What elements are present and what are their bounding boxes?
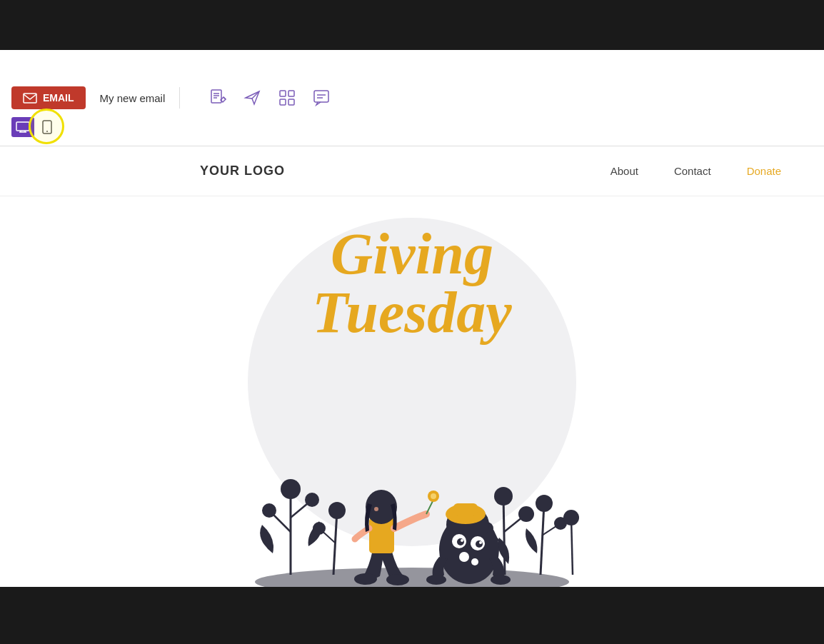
svg-line-31 bbox=[503, 496, 505, 575]
svg-point-24 bbox=[262, 503, 276, 518]
toolbar-divider bbox=[179, 87, 180, 109]
bottom-black-bar bbox=[0, 587, 824, 644]
svg-point-61 bbox=[459, 552, 469, 562]
send-icon[interactable] bbox=[243, 88, 263, 108]
nav-about[interactable]: About bbox=[611, 165, 638, 177]
chat-icon[interactable] bbox=[311, 88, 331, 108]
svg-point-28 bbox=[328, 502, 346, 519]
mail-icon bbox=[23, 93, 37, 104]
svg-point-59 bbox=[461, 539, 463, 542]
device-switcher bbox=[11, 117, 59, 137]
svg-point-44 bbox=[386, 574, 409, 585]
email-btn-label: EMAIL bbox=[43, 92, 74, 104]
giving-tuesday-illustration bbox=[226, 346, 598, 587]
hero-title-container: Giving Tuesday bbox=[233, 225, 591, 342]
svg-point-43 bbox=[354, 573, 377, 585]
svg-rect-7 bbox=[280, 91, 286, 96]
hero-title: Giving Tuesday bbox=[233, 225, 591, 342]
svg-rect-14 bbox=[16, 122, 29, 131]
svg-point-20 bbox=[255, 568, 569, 587]
illustration bbox=[226, 346, 598, 587]
nav-donate[interactable]: Donate bbox=[747, 165, 781, 177]
desktop-icon bbox=[16, 121, 30, 133]
nav-contact[interactable]: Contact bbox=[674, 165, 711, 177]
preview-nav-links: About Contact Donate bbox=[611, 165, 781, 177]
svg-point-26 bbox=[305, 493, 319, 507]
svg-rect-9 bbox=[280, 99, 286, 105]
desktop-view-button[interactable] bbox=[11, 117, 34, 137]
toolbar-icons bbox=[208, 88, 331, 108]
title-line1: Giving bbox=[331, 221, 493, 286]
hero-content: Giving Tuesday bbox=[0, 211, 824, 587]
hero-section: Giving Tuesday bbox=[0, 196, 824, 587]
svg-point-50 bbox=[431, 493, 436, 499]
svg-point-38 bbox=[536, 495, 553, 512]
svg-point-60 bbox=[479, 541, 482, 544]
svg-rect-10 bbox=[288, 99, 294, 105]
toolbar-left: EMAIL My new email bbox=[11, 86, 331, 109]
svg-point-62 bbox=[471, 558, 478, 565]
svg-point-30 bbox=[313, 522, 326, 535]
svg-point-34 bbox=[518, 506, 534, 522]
svg-point-22 bbox=[281, 479, 301, 499]
svg-point-42 bbox=[563, 510, 579, 525]
svg-point-64 bbox=[491, 575, 511, 585]
email-button[interactable]: EMAIL bbox=[11, 86, 86, 109]
toolbar: EMAIL My new email bbox=[0, 50, 824, 146]
svg-point-32 bbox=[494, 487, 513, 505]
svg-line-5 bbox=[223, 97, 226, 99]
preview-logo: YOUR LOGO bbox=[200, 163, 285, 178]
canvas-preview: YOUR LOGO About Contact Donate Giving Tu… bbox=[0, 146, 824, 587]
top-black-bar bbox=[0, 0, 824, 50]
svg-line-41 bbox=[571, 518, 573, 575]
svg-rect-0 bbox=[24, 94, 36, 103]
svg-point-58 bbox=[476, 540, 483, 548]
email-name-label: My new email bbox=[100, 92, 166, 104]
preview-navbar: YOUR LOGO About Contact Donate bbox=[0, 146, 824, 196]
svg-rect-11 bbox=[314, 91, 328, 102]
svg-rect-54 bbox=[453, 503, 478, 516]
svg-line-37 bbox=[541, 503, 544, 575]
title-line2: Tuesday bbox=[312, 280, 511, 345]
grid-icon[interactable] bbox=[277, 88, 297, 108]
svg-rect-8 bbox=[288, 91, 294, 96]
svg-point-47 bbox=[374, 507, 378, 511]
mobile-icon bbox=[42, 120, 52, 134]
document-edit-icon[interactable] bbox=[208, 88, 228, 108]
svg-line-48 bbox=[426, 500, 433, 514]
svg-point-63 bbox=[426, 575, 446, 585]
svg-point-19 bbox=[46, 131, 48, 132]
svg-rect-1 bbox=[211, 90, 221, 103]
svg-point-57 bbox=[457, 538, 464, 545]
mobile-view-button[interactable] bbox=[36, 117, 59, 137]
